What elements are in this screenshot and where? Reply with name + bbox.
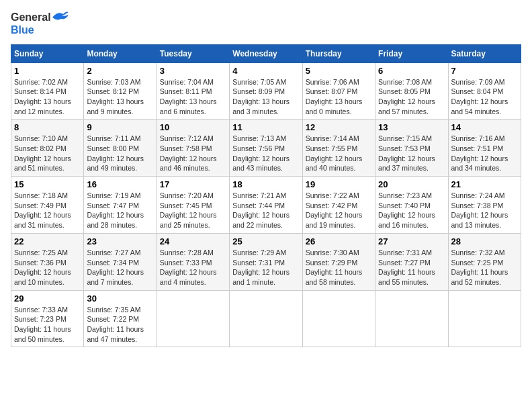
calendar-cell: 12 Sunrise: 7:14 AM Sunset: 7:55 PM Dayl…: [302, 120, 375, 177]
day-header-sunday: Sunday: [11, 44, 84, 62]
day-number: 25: [232, 236, 299, 246]
sunset: Sunset: 7:38 PM: [451, 201, 504, 210]
day-info: Sunrise: 7:24 AM Sunset: 7:38 PM Dayligh…: [451, 191, 518, 230]
daylight: Daylight: 12 hours and 43 minutes.: [232, 154, 290, 173]
calendar-cell: [230, 290, 302, 347]
sunset: Sunset: 7:34 PM: [87, 259, 139, 267]
day-info: Sunrise: 7:30 AM Sunset: 7:29 PM Dayligh…: [306, 248, 372, 287]
daylight: Daylight: 11 hours and 52 minutes.: [451, 268, 508, 286]
sunrise: Sunrise: 7:15 AM: [378, 134, 432, 142]
sunrise: Sunrise: 7:18 AM: [14, 191, 68, 199]
sunset: Sunset: 7:25 PM: [451, 259, 504, 267]
daylight: Daylight: 12 hours and 28 minutes.: [87, 211, 144, 229]
sunrise: Sunrise: 7:08 AM: [378, 78, 432, 86]
calendar-cell: 29 Sunrise: 7:33 AM Sunset: 7:23 PM Dayl…: [11, 290, 84, 347]
day-header-monday: Monday: [84, 44, 157, 62]
day-number: 14: [451, 122, 518, 132]
sunrise: Sunrise: 7:13 AM: [232, 134, 286, 142]
sunrise: Sunrise: 7:28 AM: [160, 248, 214, 257]
day-info: Sunrise: 7:03 AM Sunset: 8:12 PM Dayligh…: [87, 77, 153, 117]
sunset: Sunset: 7:29 PM: [306, 259, 358, 267]
day-info: Sunrise: 7:11 AM Sunset: 8:00 PM Dayligh…: [87, 134, 153, 173]
calendar-cell: 17 Sunrise: 7:20 AM Sunset: 7:45 PM Dayl…: [157, 177, 229, 234]
day-number: 10: [160, 122, 226, 132]
sunset: Sunset: 7:31 PM: [232, 259, 285, 267]
calendar-cell: 26 Sunrise: 7:30 AM Sunset: 7:29 PM Dayl…: [302, 233, 375, 290]
sunset: Sunset: 7:33 PM: [160, 259, 212, 267]
day-number: 29: [14, 293, 81, 304]
calendar-cell: [375, 290, 448, 347]
logo-blue: Blue: [11, 24, 69, 36]
calendar-cell: 30 Sunrise: 7:35 AM Sunset: 7:22 PM Dayl…: [84, 290, 157, 347]
sunset: Sunset: 7:53 PM: [378, 144, 431, 152]
day-header-tuesday: Tuesday: [157, 44, 229, 62]
day-header-thursday: Thursday: [302, 44, 375, 62]
daylight: Daylight: 12 hours and 16 minutes.: [378, 211, 435, 229]
daylight: Daylight: 12 hours and 4 minutes.: [160, 268, 217, 286]
sunset: Sunset: 7:42 PM: [306, 201, 358, 210]
day-number: 3: [160, 66, 226, 76]
day-number: 22: [14, 236, 81, 246]
calendar-header-row: SundayMondayTuesdayWednesdayThursdayFrid…: [11, 44, 521, 62]
day-info: Sunrise: 7:14 AM Sunset: 7:55 PM Dayligh…: [306, 134, 372, 173]
sunset: Sunset: 7:56 PM: [232, 144, 285, 152]
sunset: Sunset: 7:27 PM: [378, 259, 431, 267]
daylight: Daylight: 12 hours and 25 minutes.: [160, 211, 217, 229]
day-number: 17: [160, 179, 226, 189]
calendar-cell: 25 Sunrise: 7:29 AM Sunset: 7:31 PM Dayl…: [230, 233, 302, 290]
calendar-week-row: 8 Sunrise: 7:10 AM Sunset: 8:02 PM Dayli…: [11, 120, 521, 177]
sunrise: Sunrise: 7:21 AM: [232, 191, 286, 199]
day-info: Sunrise: 7:29 AM Sunset: 7:31 PM Dayligh…: [232, 248, 299, 287]
calendar-cell: 3 Sunrise: 7:04 AM Sunset: 8:11 PM Dayli…: [157, 62, 229, 120]
sunrise: Sunrise: 7:09 AM: [451, 78, 505, 86]
daylight: Daylight: 13 hours and 0 minutes.: [306, 97, 363, 116]
sunset: Sunset: 7:58 PM: [160, 144, 212, 152]
sunset: Sunset: 8:05 PM: [378, 87, 431, 95]
day-number: 24: [160, 236, 226, 246]
daylight: Daylight: 12 hours and 13 minutes.: [451, 211, 508, 229]
calendar-cell: 10 Sunrise: 7:12 AM Sunset: 7:58 PM Dayl…: [157, 120, 229, 177]
daylight: Daylight: 12 hours and 57 minutes.: [378, 97, 435, 116]
sunrise: Sunrise: 7:20 AM: [160, 191, 214, 199]
day-info: Sunrise: 7:18 AM Sunset: 7:49 PM Dayligh…: [14, 191, 81, 230]
day-header-saturday: Saturday: [448, 44, 521, 62]
calendar-cell: [157, 290, 229, 347]
daylight: Daylight: 11 hours and 50 minutes.: [14, 325, 71, 343]
daylight: Daylight: 12 hours and 7 minutes.: [87, 268, 144, 286]
daylight: Daylight: 12 hours and 49 minutes.: [87, 154, 144, 173]
sunset: Sunset: 8:09 PM: [232, 87, 285, 95]
daylight: Daylight: 13 hours and 12 minutes.: [14, 97, 71, 116]
day-number: 21: [451, 179, 518, 189]
sunrise: Sunrise: 7:29 AM: [232, 248, 286, 257]
calendar-cell: 8 Sunrise: 7:10 AM Sunset: 8:02 PM Dayli…: [11, 120, 84, 177]
calendar-cell: 15 Sunrise: 7:18 AM Sunset: 7:49 PM Dayl…: [11, 177, 84, 234]
calendar-cell: 23 Sunrise: 7:27 AM Sunset: 7:34 PM Dayl…: [84, 233, 157, 290]
calendar-week-row: 15 Sunrise: 7:18 AM Sunset: 7:49 PM Dayl…: [11, 177, 521, 234]
logo: General Blue: [11, 11, 69, 36]
calendar-cell: 16 Sunrise: 7:19 AM Sunset: 7:47 PM Dayl…: [84, 177, 157, 234]
day-number: 4: [232, 66, 299, 76]
sunset: Sunset: 8:12 PM: [87, 87, 139, 95]
daylight: Daylight: 11 hours and 55 minutes.: [378, 268, 435, 286]
daylight: Daylight: 12 hours and 46 minutes.: [160, 154, 217, 173]
sunrise: Sunrise: 7:11 AM: [87, 134, 140, 142]
daylight: Daylight: 12 hours and 34 minutes.: [451, 154, 508, 173]
daylight: Daylight: 12 hours and 51 minutes.: [14, 154, 71, 173]
sunset: Sunset: 8:07 PM: [306, 87, 358, 95]
sunset: Sunset: 7:55 PM: [306, 144, 358, 152]
day-info: Sunrise: 7:32 AM Sunset: 7:25 PM Dayligh…: [451, 248, 518, 287]
day-info: Sunrise: 7:12 AM Sunset: 7:58 PM Dayligh…: [160, 134, 226, 173]
day-header-wednesday: Wednesday: [230, 44, 302, 62]
day-info: Sunrise: 7:16 AM Sunset: 7:51 PM Dayligh…: [451, 134, 518, 173]
day-number: 2: [87, 66, 153, 76]
daylight: Daylight: 12 hours and 31 minutes.: [14, 211, 71, 229]
daylight: Daylight: 12 hours and 40 minutes.: [306, 154, 363, 173]
sunrise: Sunrise: 7:12 AM: [160, 134, 214, 142]
sunrise: Sunrise: 7:35 AM: [87, 306, 140, 314]
sunrise: Sunrise: 7:14 AM: [306, 134, 359, 142]
sunrise: Sunrise: 7:30 AM: [306, 248, 359, 257]
day-info: Sunrise: 7:20 AM Sunset: 7:45 PM Dayligh…: [160, 191, 226, 230]
day-info: Sunrise: 7:25 AM Sunset: 7:36 PM Dayligh…: [14, 248, 81, 287]
day-info: Sunrise: 7:15 AM Sunset: 7:53 PM Dayligh…: [378, 134, 445, 173]
day-number: 20: [378, 179, 445, 189]
